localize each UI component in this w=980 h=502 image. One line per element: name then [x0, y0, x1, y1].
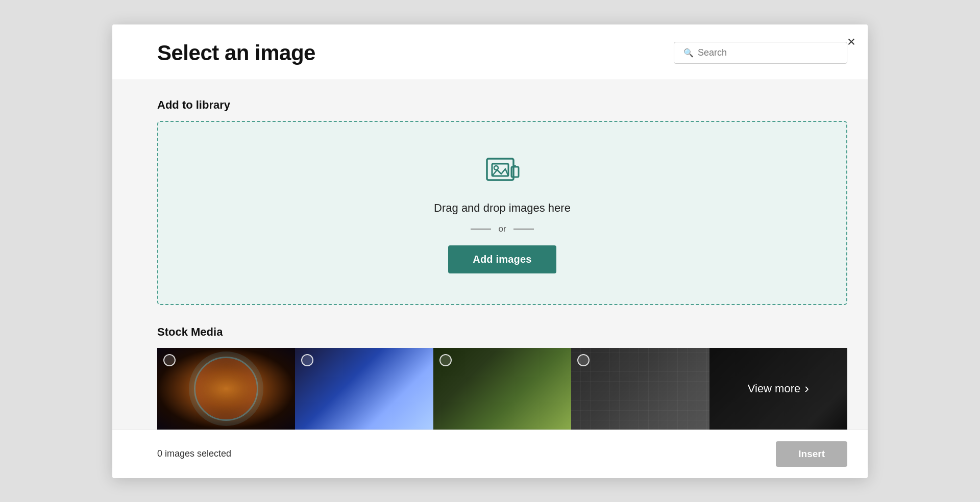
- stock-item-view-more[interactable]: View more ›: [709, 348, 847, 430]
- stock-item-checkbox[interactable]: [577, 354, 590, 366]
- selected-count: 0 images selected: [157, 448, 231, 459]
- search-input[interactable]: [698, 47, 838, 58]
- drop-zone[interactable]: Drag and drop images here or Add images: [157, 121, 847, 305]
- modal-body: Add to library Drag and drop images here…: [112, 80, 868, 430]
- insert-button[interactable]: Insert: [776, 441, 847, 467]
- lens-overlay: [157, 348, 295, 430]
- add-images-button[interactable]: Add images: [448, 245, 556, 273]
- modal-footer: 0 images selected Insert: [112, 430, 868, 478]
- stock-item-checkbox[interactable]: [163, 354, 176, 366]
- image-selector-modal: Select an image 🔍 × Add to library: [112, 24, 868, 478]
- stock-image: [433, 348, 571, 430]
- stock-item-checkbox[interactable]: [439, 354, 452, 366]
- stock-media-grid: View more ›: [157, 348, 847, 430]
- tools-overlay: [571, 348, 709, 430]
- svg-rect-0: [487, 159, 513, 180]
- modal-header: Select an image 🔍 ×: [112, 24, 868, 80]
- stock-item-checkbox[interactable]: [301, 354, 313, 366]
- or-divider: or: [471, 224, 533, 234]
- stock-item[interactable]: [433, 348, 571, 430]
- svg-rect-3: [511, 167, 519, 177]
- close-button[interactable]: ×: [843, 33, 860, 51]
- drag-drop-text: Drag and drop images here: [434, 202, 571, 215]
- stock-media-section: Stock Media: [157, 325, 847, 430]
- stock-item[interactable]: [571, 348, 709, 430]
- modal-title: Select an image: [157, 41, 315, 65]
- view-more-arrow-icon: ›: [804, 381, 809, 396]
- add-library-title: Add to library: [157, 98, 847, 112]
- svg-point-2: [494, 166, 498, 170]
- stock-image: [295, 348, 433, 430]
- stock-media-title: Stock Media: [157, 325, 847, 339]
- drop-icon: [484, 153, 521, 191]
- stock-item[interactable]: [295, 348, 433, 430]
- stock-item[interactable]: [157, 348, 295, 430]
- search-box[interactable]: 🔍: [674, 42, 847, 64]
- search-icon: 🔍: [683, 48, 694, 58]
- view-more-text: View more ›: [748, 381, 809, 396]
- header-right: 🔍: [674, 42, 847, 64]
- view-more-overlay: View more ›: [709, 348, 847, 430]
